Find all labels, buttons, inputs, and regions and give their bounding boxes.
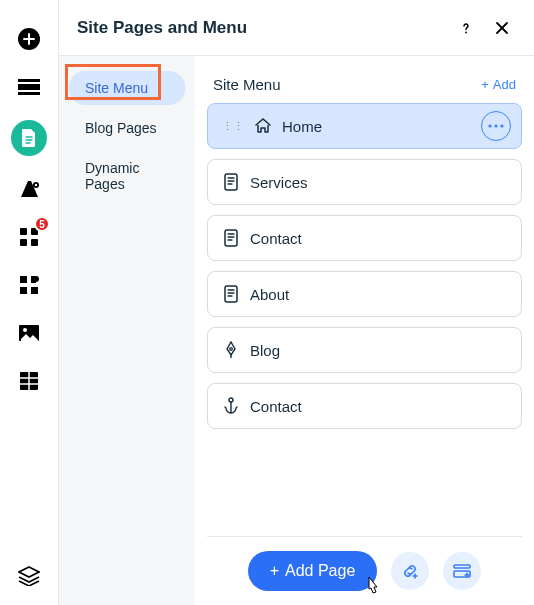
page-icon bbox=[222, 173, 240, 191]
plus-icon: + bbox=[270, 562, 279, 580]
svg-rect-11 bbox=[20, 287, 27, 294]
rail-layers-icon[interactable] bbox=[14, 561, 44, 591]
add-page-button[interactable]: + Add Page bbox=[248, 551, 378, 591]
page-item[interactable]: ⋮⋮About bbox=[207, 271, 522, 317]
sidebar-item-site-menu[interactable]: Site Menu bbox=[69, 71, 185, 105]
svg-point-16 bbox=[465, 31, 467, 33]
page-item[interactable]: ⋮⋮Contact bbox=[207, 215, 522, 261]
svg-point-19 bbox=[500, 124, 503, 127]
rail-apps-icon[interactable]: 5 bbox=[14, 222, 44, 252]
svg-rect-28 bbox=[225, 286, 237, 302]
sidebar-item-blog-pages[interactable]: Blog Pages bbox=[69, 111, 185, 145]
svg-point-18 bbox=[494, 124, 497, 127]
categories-sidebar: Site Menu Blog Pages Dynamic Pages bbox=[59, 56, 195, 605]
svg-rect-8 bbox=[20, 239, 27, 246]
svg-point-14 bbox=[23, 328, 27, 332]
svg-rect-24 bbox=[225, 230, 237, 246]
svg-rect-6 bbox=[20, 228, 27, 235]
pen-icon bbox=[222, 341, 240, 359]
rail-media-icon[interactable] bbox=[14, 318, 44, 348]
panel-footer: + Add Page bbox=[207, 536, 522, 605]
page-item[interactable]: ⋮⋮Services bbox=[207, 159, 522, 205]
add-page-label: Add Page bbox=[285, 562, 355, 580]
sidebar-item-label: Dynamic Pages bbox=[85, 160, 139, 192]
page-item-label: Blog bbox=[250, 342, 511, 359]
svg-rect-20 bbox=[225, 174, 237, 190]
main-column: Site Menu + Add ⋮⋮Home⋮⋮Services⋮⋮Contac… bbox=[195, 56, 534, 605]
help-icon[interactable] bbox=[452, 14, 480, 42]
left-rail: 5 bbox=[0, 0, 58, 605]
rail-data-icon[interactable] bbox=[14, 366, 44, 396]
anchor-icon bbox=[222, 397, 240, 415]
close-icon[interactable] bbox=[488, 14, 516, 42]
svg-rect-12 bbox=[31, 287, 38, 294]
rail-add-icon[interactable] bbox=[14, 24, 44, 54]
rail-sections-icon[interactable] bbox=[14, 72, 44, 102]
page-item-label: Services bbox=[250, 174, 511, 191]
rail-pages-icon[interactable] bbox=[11, 120, 47, 156]
home-icon bbox=[254, 117, 272, 135]
page-item-label: Home bbox=[282, 118, 471, 135]
link-button[interactable] bbox=[391, 552, 429, 590]
svg-rect-3 bbox=[18, 92, 40, 95]
rail-apps-badge: 5 bbox=[34, 216, 50, 232]
add-link[interactable]: + Add bbox=[481, 77, 516, 92]
sidebar-item-label: Site Menu bbox=[85, 80, 148, 96]
svg-rect-40 bbox=[454, 565, 470, 568]
section-header: Site Menu + Add bbox=[207, 56, 522, 103]
drag-handle-icon[interactable]: ⋮⋮ bbox=[222, 120, 244, 133]
more-actions-button[interactable] bbox=[481, 111, 511, 141]
page-item[interactable]: ⋮⋮Contact bbox=[207, 383, 522, 429]
page-item[interactable]: ⋮⋮Blog bbox=[207, 327, 522, 373]
svg-rect-9 bbox=[31, 239, 38, 246]
svg-rect-2 bbox=[18, 84, 40, 90]
page-icon bbox=[222, 285, 240, 303]
page-item-label: Contact bbox=[250, 398, 511, 415]
panel-header: Site Pages and Menu bbox=[59, 0, 534, 56]
rail-design-icon[interactable] bbox=[14, 174, 44, 204]
svg-point-5 bbox=[35, 184, 37, 186]
page-item-label: Contact bbox=[250, 230, 511, 247]
svg-rect-1 bbox=[18, 79, 40, 82]
add-link-label: Add bbox=[493, 77, 516, 92]
plus-icon: + bbox=[481, 77, 489, 92]
svg-point-17 bbox=[488, 124, 491, 127]
folder-button[interactable] bbox=[443, 552, 481, 590]
sidebar-item-dynamic-pages[interactable]: Dynamic Pages bbox=[69, 151, 185, 201]
svg-point-32 bbox=[230, 348, 233, 351]
panel-title: Site Pages and Menu bbox=[77, 18, 444, 38]
page-list: ⋮⋮Home⋮⋮Services⋮⋮Contact⋮⋮About⋮⋮Blog⋮⋮… bbox=[207, 103, 522, 429]
svg-rect-10 bbox=[20, 276, 27, 283]
sidebar-item-label: Blog Pages bbox=[85, 120, 157, 136]
page-icon bbox=[222, 229, 240, 247]
rail-plugins-icon[interactable] bbox=[14, 270, 44, 300]
section-title: Site Menu bbox=[213, 76, 481, 93]
panel: Site Pages and Menu Site Menu Blog Pages… bbox=[58, 0, 534, 605]
page-item[interactable]: ⋮⋮Home bbox=[207, 103, 522, 149]
page-item-label: About bbox=[250, 286, 511, 303]
